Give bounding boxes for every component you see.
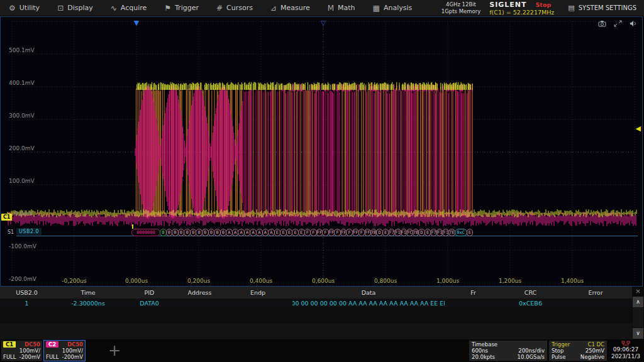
- channel-box-row: FULL-200mV: [46, 354, 83, 360]
- channel-badge: C1: [3, 341, 16, 348]
- table-header-time: Time: [53, 287, 123, 299]
- table-header-endp: Endp: [223, 287, 292, 299]
- trigger-position-marker[interactable]: ▼: [134, 20, 139, 26]
- timebase-delay: 600ns: [472, 348, 488, 354]
- menu-item-cursors[interactable]: #Cursors: [208, 0, 262, 16]
- brand-block: SIGLENT Stop f(C1) = 52.22217MHz: [489, 1, 554, 16]
- x-axis-label: 1,200us: [499, 278, 521, 284]
- add-channel-button[interactable]: +: [101, 341, 128, 360]
- channel-offset: -200mV: [62, 354, 83, 360]
- decode-bus-label: S1: [8, 229, 14, 236]
- table-cell: [445, 299, 502, 307]
- y-axis-label: 0.0mV: [14, 211, 33, 217]
- flag-icon: ⚑: [164, 4, 171, 12]
- channel1-ground-badge[interactable]: C1: [1, 214, 12, 221]
- y-axis-label: -100.0mV: [9, 243, 36, 250]
- decode-crc-bubble: 0xC: [455, 229, 467, 236]
- x-axis-label: 0,200us: [187, 278, 210, 284]
- trigger-box[interactable]: Trigger C1 DC Stop 250mV Pulse Negative: [549, 341, 607, 361]
- timebase-box[interactable]: Timebase 600ns 200ns/div 20.0kpts 10.0GS…: [469, 341, 547, 361]
- decode-table-header-row: USB2.0TimePIDAddressEndpDataFrCRCError: [0, 287, 632, 299]
- menu-icon: ▤: [568, 4, 574, 12]
- frequency-counter: f(C1) = 52.22217MHz: [489, 9, 554, 16]
- bandwidth-label: 4GHz 12Bit: [441, 1, 480, 8]
- waveform-traces: [5, 19, 639, 285]
- channel-box-c1[interactable]: C1DC50100mV/FULL-200mV: [1, 341, 42, 361]
- menu-item-label: Math: [338, 4, 355, 12]
- menu-item-label: Measure: [280, 4, 310, 12]
- scrollbar-track[interactable]: [633, 308, 643, 327]
- channel-box-c2[interactable]: C2DC50100mV/FULL-200mV: [44, 341, 85, 361]
- acquisition-status: Stop: [536, 1, 552, 8]
- table-cell: [559, 299, 632, 307]
- y-axis-label: 500.1mV: [9, 47, 35, 53]
- table-cell: 0xCEB6: [502, 299, 559, 307]
- datetime-box[interactable]: 09:06:27 2023/11/3: [609, 341, 643, 361]
- waveform-display: ▼ ▽ ◀ C1 S1 USB2.0 000000000000000000AAA…: [0, 16, 643, 287]
- channel-box-row: C2DC50: [46, 341, 83, 348]
- channel-badge: C2: [46, 341, 58, 348]
- channel-offset: -200mV: [19, 354, 40, 360]
- menu-item-display[interactable]: ⊡Display: [48, 0, 102, 16]
- menu-item-label: Acquire: [121, 4, 147, 12]
- decode-table-empty-row: [0, 307, 632, 323]
- bandwidth-memory-info: 4GHz 12Bit 1Gpts Memory: [441, 1, 480, 15]
- channel-coupling: DC50: [67, 341, 83, 348]
- timebase-scale: 200ns/div: [518, 348, 545, 354]
- channel-bandwidth: FULL: [46, 354, 59, 360]
- trigger-status: Stop: [552, 348, 564, 354]
- channel-descriptor-boxes: C1DC50100mV/FULL-200mVC2DC50100mV/FULL-2…: [1, 341, 85, 361]
- menu-item-label: Cursors: [226, 4, 253, 12]
- menu-item-math[interactable]: MMath: [319, 0, 364, 16]
- x-axis-label: 0,400us: [250, 278, 272, 284]
- trigger-slope: Negative: [580, 354, 604, 360]
- decode-protocol-badge[interactable]: USB2.0: [16, 228, 42, 235]
- decode-table-row[interactable]: 1-2.30000nsDATA00x00 00 00 00 00 00 AA A…: [0, 299, 632, 307]
- lan-status-icon: [609, 341, 643, 346]
- trigger-label: Trigger: [552, 341, 570, 348]
- y-axis-label: 200.0mV: [9, 145, 35, 151]
- system-settings-label: SYSTEM SETTINGS: [579, 4, 636, 11]
- y-axis-label: -200.0mV: [9, 276, 36, 282]
- close-icon[interactable]: ✕: [632, 287, 644, 296]
- channel-scale: 100mV/: [62, 348, 83, 354]
- menu-item-label: Utility: [19, 4, 40, 12]
- table-cell: 0x00 00 00 00 00 00 AA AA AA AA AA AA AA…: [292, 299, 445, 307]
- table-header-fr: Fr: [445, 287, 502, 299]
- status-bar: C1DC50100mV/FULL-200mVC2DC50100mV/FULL-2…: [0, 339, 644, 362]
- menu-item-analysis[interactable]: ▦Analysis: [364, 0, 421, 16]
- y-axis-label: 300.0mV: [9, 112, 35, 119]
- clock-time: 09:06:27: [609, 346, 643, 353]
- table-cell: -2.30000ns: [53, 299, 123, 307]
- expand-icon[interactable]: [614, 20, 622, 27]
- memory-label: 1Gpts Memory: [441, 8, 480, 15]
- camera-icon[interactable]: [598, 20, 606, 27]
- menu-item-measure[interactable]: ⊿Measure: [262, 0, 319, 16]
- decode-sync-bubble: 0000000: [131, 229, 160, 236]
- timebase-points: 20.0kpts: [472, 354, 495, 360]
- display-icon: ⊡: [57, 4, 64, 12]
- clock-date: 2023/11/3: [609, 353, 643, 360]
- menu-item-acquire[interactable]: ∿Acquire: [102, 0, 156, 16]
- acquire-icon: ∿: [111, 4, 117, 12]
- sample-rate: 10.0GSa/s: [518, 354, 545, 360]
- decode-data-bubble: A: [256, 229, 263, 236]
- menu-item-trigger[interactable]: ⚑Trigger: [155, 0, 208, 16]
- oscilloscope-screen: ⚙Utility⊡Display∿Acquire⚑Trigger#Cursors…: [0, 0, 644, 362]
- table-header-usb20: USB2.0: [0, 287, 53, 299]
- table-header-pid: PID: [123, 287, 176, 299]
- x-axis-label: 1,400us: [561, 278, 584, 284]
- scroll-down-button[interactable]: ∨: [633, 328, 643, 339]
- system-settings-button[interactable]: ▤ SYSTEM SETTINGS: [562, 4, 644, 12]
- menubar: ⚙Utility⊡Display∿Acquire⚑Trigger#Cursors…: [0, 0, 644, 16]
- speaker-icon[interactable]: [630, 20, 637, 27]
- decode-data-bubble: 0: [202, 229, 209, 236]
- measure-icon: ⊿: [270, 4, 277, 12]
- scroll-up-button[interactable]: ∧: [633, 297, 643, 307]
- horizontal-center-marker[interactable]: ▽: [321, 20, 326, 26]
- decode-data-bubble: 7E: [448, 229, 455, 236]
- menu-item-utility[interactable]: ⚙Utility: [0, 0, 48, 16]
- trigger-level-marker[interactable]: ◀: [636, 125, 641, 132]
- decode-table-empty-row: [0, 323, 632, 339]
- y-axis-label: 400.1mV: [9, 80, 35, 86]
